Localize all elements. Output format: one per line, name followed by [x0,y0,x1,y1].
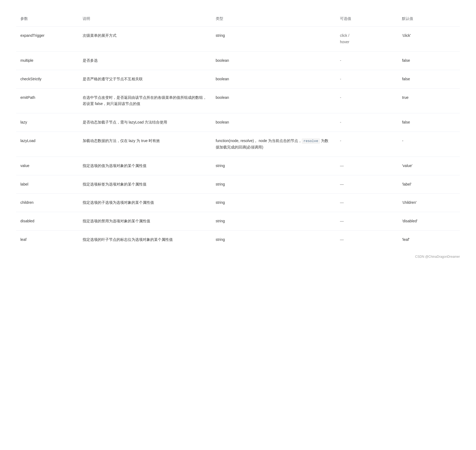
cell-type: boolean [211,113,336,132]
cell-param: label [16,175,78,194]
cell-options: - [336,51,398,70]
table-header-row: 参数 说明 类型 可选值 默认值 [16,11,460,27]
cell-param: emitPath [16,88,78,113]
cell-desc: 指定选项的值为选项对象的某个属性值 [78,157,211,175]
cell-default: 'disabled' [398,212,460,231]
cell-desc: 是否多选 [78,51,211,70]
cell-default: false [398,70,460,88]
cell-param: lazy [16,113,78,132]
cell-options: - [336,88,398,113]
table-row: disabled指定选项的禁用为选项对象的某个属性值string—'disabl… [16,212,460,231]
cell-type: function(node, resolve)， node 为当前点击的节点，r… [211,132,336,157]
cell-desc: 是否动态加载子节点，需与 lazyLoad 方法结合使用 [78,113,211,132]
cell-options: — [336,194,398,212]
page-container: 参数 说明 类型 可选值 默认值 expandTrigger次级菜单的展开方式s… [0,0,476,450]
cell-param: multiple [16,51,78,70]
cell-param: disabled [16,212,78,231]
cell-default: true [398,88,460,113]
col-header-default: 默认值 [398,11,460,27]
cell-default: - [398,132,460,157]
cell-default: false [398,51,460,70]
cell-type: boolean [211,88,336,113]
cell-desc: 指定选项的禁用为选项对象的某个属性值 [78,212,211,231]
cell-options: — [336,231,398,249]
footer-text: CSDN @ChinaDragonDreamer [415,255,460,259]
cell-default: 'leaf' [398,231,460,249]
cell-param: checkStrictly [16,70,78,88]
footer: CSDN @ChinaDragonDreamer [16,249,460,265]
cell-desc: 次级菜单的展开方式 [78,27,211,52]
cell-param: children [16,194,78,212]
col-header-param: 参数 [16,11,78,27]
table-row: value指定选项的值为选项对象的某个属性值string—'value' [16,157,460,175]
cell-desc: 是否严格的遵守父子节点不互相关联 [78,70,211,88]
cell-options: — [336,175,398,194]
cell-default: 'children' [398,194,460,212]
col-header-options: 可选值 [336,11,398,27]
cell-desc: 指定选项的子选项为选项对象的某个属性值 [78,194,211,212]
col-header-type: 类型 [211,11,336,27]
cell-type: boolean [211,51,336,70]
cell-type: string [211,231,336,249]
params-table: 参数 说明 类型 可选值 默认值 expandTrigger次级菜单的展开方式s… [16,11,460,249]
cell-desc: 在选中节点改变时，是否返回由该节点所在的各级菜单的值所组成的数组，若设置 fal… [78,88,211,113]
col-header-desc: 说明 [78,11,211,27]
cell-options: — [336,157,398,175]
cell-desc: 指定选项的叶子节点的标志位为选项对象的某个属性值 [78,231,211,249]
table-row: lazy是否动态加载子节点，需与 lazyLoad 方法结合使用boolean-… [16,113,460,132]
cell-param: leaf [16,231,78,249]
cell-default: 'label' [398,175,460,194]
table-row: children指定选项的子选项为选项对象的某个属性值string—'child… [16,194,460,212]
cell-default: 'value' [398,157,460,175]
cell-options: click / hover [336,27,398,52]
cell-param: expandTrigger [16,27,78,52]
table-row: checkStrictly是否严格的遵守父子节点不互相关联boolean-fal… [16,70,460,88]
cell-default: false [398,113,460,132]
cell-options: - [336,113,398,132]
cell-param: lazyLoad [16,132,78,157]
cell-type: string [211,194,336,212]
cell-type: boolean [211,70,336,88]
table-row: label指定选项标签为选项对象的某个属性值string—'label' [16,175,460,194]
cell-options: - [336,132,398,157]
table-row: multiple是否多选boolean-false [16,51,460,70]
table-row: leaf指定选项的叶子节点的标志位为选项对象的某个属性值string—'leaf… [16,231,460,249]
cell-desc: 指定选项标签为选项对象的某个属性值 [78,175,211,194]
table-row: emitPath在选中节点改变时，是否返回由该节点所在的各级菜单的值所组成的数组… [16,88,460,113]
cell-type: string [211,157,336,175]
cell-default: 'click' [398,27,460,52]
cell-options: — [336,212,398,231]
cell-type: string [211,212,336,231]
cell-type: string [211,27,336,52]
cell-param: value [16,157,78,175]
table-row: lazyLoad加载动态数据的方法，仅在 lazy 为 true 时有效func… [16,132,460,157]
cell-desc: 加载动态数据的方法，仅在 lazy 为 true 时有效 [78,132,211,157]
cell-options: - [336,70,398,88]
cell-type: string [211,175,336,194]
table-row: expandTrigger次级菜单的展开方式stringclick / hove… [16,27,460,52]
